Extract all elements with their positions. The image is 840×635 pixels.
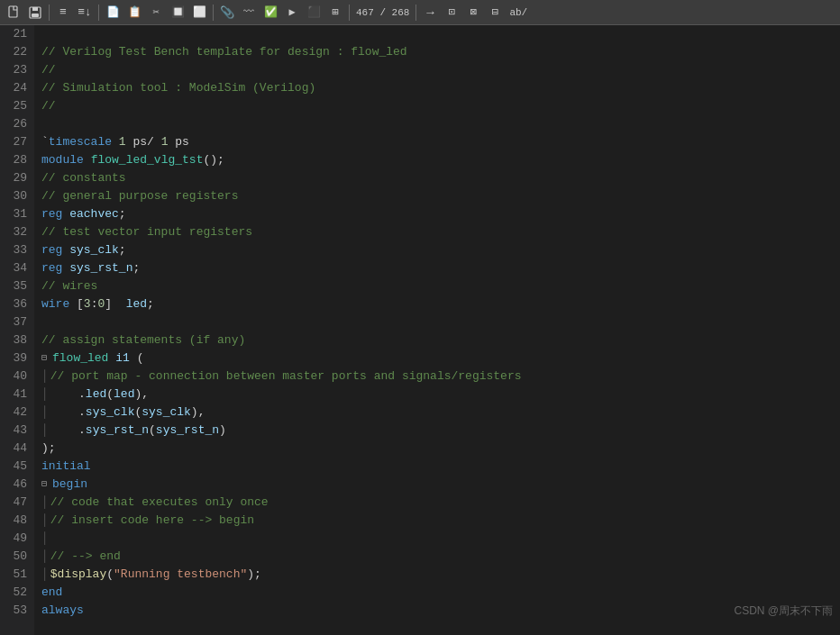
toolbar-btn6[interactable]: ✂	[146, 3, 166, 23]
code-line-25: //	[41, 97, 840, 115]
code-ident: i1	[115, 349, 130, 367]
code-comment: // insert code here --> begin	[50, 512, 254, 530]
toolbar-btn2[interactable]: ≡	[53, 3, 73, 23]
code-plain: .	[50, 422, 86, 440]
line-number-22: 22	[0, 43, 34, 61]
indent-bar: │	[41, 548, 49, 566]
toolbar-indent[interactable]: ⊡	[442, 3, 461, 23]
code-plain: )	[219, 422, 226, 440]
line-number-41: 41	[0, 386, 34, 404]
indent-bar: │	[41, 566, 49, 584]
code-line-47: │// code that executes only once	[41, 494, 840, 512]
code-ident: sys_rst_n	[69, 259, 132, 277]
code-comment: // --> end	[50, 548, 121, 566]
code-comment: // code that executes only once	[50, 494, 269, 512]
toolbar: ≡ ≡↓ 📄 📋 ✂ 🔲 ⬜ 📎 〰 ✅ ▶ ⬛ ⊞ 467 / 268 → ⊡…	[0, 0, 840, 25]
toolbar-bookmarks[interactable]: ⊟	[485, 3, 505, 23]
code-plain: `	[41, 133, 49, 151]
code-system: $display	[50, 566, 106, 584]
code-plain: (	[130, 349, 144, 367]
toolbar-btn8[interactable]: ⬜	[189, 3, 209, 23]
code-ident: sys_rst_n	[86, 422, 149, 440]
code-plain: );	[41, 440, 56, 458]
tb-sep-5	[415, 5, 416, 21]
code-plain: ;	[119, 241, 126, 259]
line-number-49: 49	[0, 530, 34, 548]
toolbar-stop[interactable]: ⬛	[304, 3, 324, 23]
code-line-27: `timescale 1 ps/ 1 ps	[41, 133, 840, 151]
line-number-25: 25	[0, 97, 34, 115]
toolbar-btn7[interactable]: 🔲	[168, 3, 187, 23]
line-number-37: 37	[0, 313, 34, 331]
code-line-22: // Verilog Test Bench template for desig…	[41, 43, 840, 61]
code-plain: ps	[168, 133, 188, 151]
code-plain: ;	[147, 295, 154, 313]
code-comment: // Verilog Test Bench template for desig…	[41, 43, 407, 61]
toolbar-new[interactable]	[4, 3, 23, 23]
code-ident: led	[126, 295, 147, 313]
code-module: flow_led_vlg_tst	[91, 151, 204, 169]
line-number-46: 46	[0, 476, 34, 494]
line-number-32: 32	[0, 223, 34, 241]
code-keyword: reg	[41, 205, 62, 223]
code-line-24: // Simulation tool : ModelSim (Verilog)	[41, 79, 840, 97]
toolbar-save-all[interactable]	[25, 3, 45, 23]
indent-bar: │	[41, 512, 49, 530]
code-line-23: //	[41, 61, 840, 79]
code-number: 0	[97, 295, 105, 313]
code-line-46: ⊟begin	[41, 476, 840, 494]
toolbar-wave[interactable]: 〰	[239, 3, 259, 23]
toolbar-grid[interactable]: ⊞	[325, 3, 345, 23]
code-plain: ();	[203, 151, 224, 169]
code-plain: ps/	[126, 133, 161, 151]
line-number-21: 21	[0, 25, 34, 43]
line-number-44: 44	[0, 440, 34, 458]
svg-rect-3	[32, 14, 39, 17]
line-number-26: 26	[0, 115, 34, 133]
search-ab: ab/	[507, 7, 530, 18]
indent-bar: │	[41, 422, 49, 440]
code-plain: );	[247, 566, 261, 584]
code-number: 3	[84, 295, 91, 313]
toolbar-btn5[interactable]: 📋	[124, 3, 144, 23]
code-plain: ;	[119, 205, 126, 223]
toolbar-run[interactable]: ▶	[282, 3, 302, 23]
code-plain: ),	[191, 404, 205, 422]
line-number-45: 45	[0, 458, 34, 476]
code-line-52: end	[41, 584, 840, 602]
code-plain: .	[50, 386, 86, 404]
line-number-28: 28	[0, 151, 34, 169]
code-plain: (	[106, 386, 114, 404]
code-comment: // test vector input registers	[41, 223, 252, 241]
code-line-28: module flow_led_vlg_tst();	[41, 151, 840, 169]
toolbar-outdent[interactable]: ⊠	[463, 3, 483, 23]
code-plain: (	[149, 422, 156, 440]
code-line-50: │// --> end	[41, 548, 840, 566]
code-ident: led	[114, 386, 134, 404]
fold-icon[interactable]: ⊟	[41, 349, 52, 367]
code-line-31: reg eachvec;	[41, 205, 840, 223]
tb-sep-1	[49, 5, 50, 21]
line-number-50: 50	[0, 548, 34, 566]
code-plain: (	[134, 404, 142, 422]
code-content[interactable]: // Verilog Test Bench template for desig…	[34, 25, 840, 635]
toolbar-btn4[interactable]: 📄	[103, 3, 123, 23]
code-line-37	[41, 313, 840, 331]
tb-sep-2	[98, 5, 99, 21]
toolbar-arrow-right[interactable]: →	[420, 3, 440, 23]
line-number-34: 34	[0, 259, 34, 277]
toolbar-attach[interactable]: 📎	[217, 3, 237, 23]
code-line-38: // assign statements (if any)	[41, 331, 840, 349]
code-line-26	[41, 115, 840, 133]
toolbar-btn3[interactable]: ≡↓	[75, 3, 95, 23]
svg-rect-2	[32, 7, 38, 11]
code-keyword: timescale	[49, 133, 112, 151]
code-plain	[108, 349, 115, 367]
line-number-48: 48	[0, 512, 34, 530]
code-plain: ),	[134, 386, 149, 404]
code-keyword: module	[41, 151, 84, 169]
code-line-53: always	[41, 602, 840, 620]
line-number-31: 31	[0, 205, 34, 223]
fold-icon[interactable]: ⊟	[41, 476, 52, 494]
toolbar-check[interactable]: ✅	[260, 3, 280, 23]
